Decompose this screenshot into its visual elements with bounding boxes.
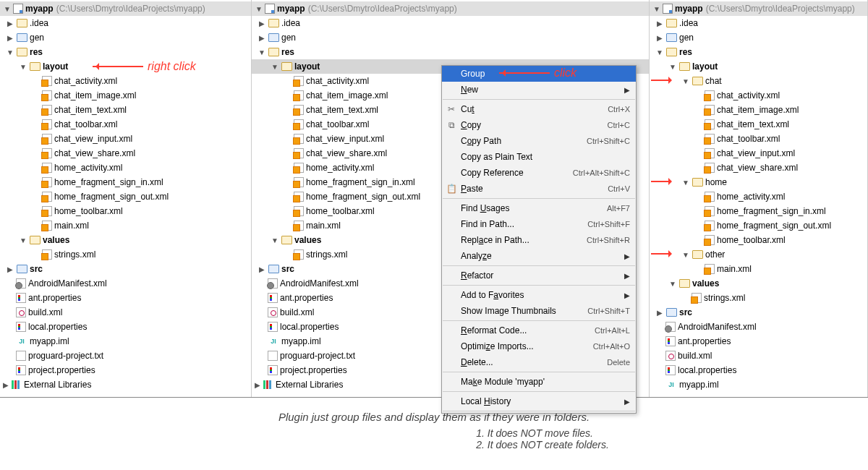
tree-item-gen[interactable]: ▶gen [252,30,649,45]
tree-item-file[interactable]: ▶chat_toolbar.xml [0,117,251,132]
tree-item-file[interactable]: ▶AndroidManifest.xml [650,320,867,334]
tree-item-file[interactable]: ▶home_toolbar.xml [650,233,867,247]
menu-item-delete[interactable]: Delete...Delete [442,354,636,370]
tree-item-file[interactable]: ▶chat_item_image.xml [650,103,867,117]
expand-icon[interactable]: ▶ [6,265,14,273]
menu-item-copy-reference[interactable]: Copy ReferenceCtrl+Alt+Shift+C [442,165,636,181]
tree-item-file[interactable]: ▶project.properties [0,363,251,377]
tree-item-res[interactable]: ▼res [650,45,867,59]
tree-item-gen[interactable]: ▶gen [650,30,867,45]
tree-item-file[interactable]: ▶chat_activity.xml [0,74,251,88]
tree-item-file[interactable]: ▶home_fragment_sign_in.xml [0,175,251,189]
tree-item-file[interactable]: ▶strings.xml [650,291,867,305]
tree-item-src[interactable]: ▶src [650,305,867,320]
tree-item-layout[interactable]: ▼layout [0,59,251,74]
module-icon [13,4,23,14]
module-icon [663,4,673,14]
tree-group-home[interactable]: ▼home [650,175,867,189]
collapse-icon[interactable]: ▼ [19,63,27,71]
tree-item-file[interactable]: ▶main.xml [650,262,867,276]
collapse-icon[interactable]: ▼ [6,48,14,56]
expand-icon[interactable]: ▼ [255,5,263,13]
tree-item-file[interactable]: ▶chat_item_text.xml [650,117,867,132]
tree-item-file[interactable]: ▶home_activity.xml [650,189,867,204]
tree-root[interactable]: ▼ myapp (C:\Users\Dmytro\IdeaProjects\my… [650,1,867,16]
tree-item-res[interactable]: ▼res [252,45,649,59]
menu-item-local-history[interactable]: Local History▶ [442,393,636,409]
tree-item-file[interactable]: ▶home_activity.xml [0,161,251,175]
menu-item-add-favorites[interactable]: Add to Favorites▶ [442,287,636,303]
tree-item-file[interactable]: ▶local.properties [0,320,251,334]
tree-item-values[interactable]: ▼values [0,233,251,247]
folder-icon [678,278,690,289]
tree-item-layout[interactable]: ▼layout [650,59,867,74]
tree-item-file[interactable]: ▶JImyapp.iml [650,377,867,392]
tree-item-file[interactable]: ▶chat_item_text.xml [0,103,251,117]
expand-icon[interactable]: ▶ [6,20,14,27]
tree-item-idea[interactable]: ▶.idea [0,16,251,30]
tree-item-file[interactable]: ▶proguard-project.txt [0,349,251,363]
menu-item-analyze[interactable]: Analyze▶ [442,248,636,264]
tree-item-res[interactable]: ▼res [0,45,251,59]
tree-item-file[interactable]: ▶chat_activity.xml [650,88,867,103]
menu-item-make-module[interactable]: Make Module 'myapp' [442,374,636,390]
menu-item-show-thumbnails[interactable]: Show Image ThumbnailsCtrl+Shift+T [442,303,636,319]
tree-item-file[interactable]: ▶chat_view_input.xml [0,132,251,146]
menu-item-copy-path[interactable]: Copy PathCtrl+Shift+C [442,133,636,149]
tree-item-file[interactable]: ▶home_fragment_sign_out.xml [650,218,867,233]
tree-item-idea[interactable]: ▶.idea [650,16,867,30]
project-tree[interactable]: ▼ myapp (C:\Users\Dmytro\IdeaProjects\my… [650,0,867,392]
note-1: 1. It does NOT move files. [476,427,609,439]
tree-item-file[interactable]: ▶chat_toolbar.xml [650,132,867,146]
tree-item-file[interactable]: ▶ant.properties [0,291,251,305]
menu-item-replace-in-path[interactable]: Replace in Path...Ctrl+Shift+R [442,232,636,248]
tree-item-file[interactable]: ▶chat_view_input.xml [650,146,867,161]
project-tree[interactable]: ▼ myapp (C:\Users\Dmytro\IdeaProjects\my… [0,0,251,392]
expand-icon[interactable]: ▶ [1,381,10,389]
tree-item-gen[interactable]: ▶gen [0,30,251,45]
menu-item-copy[interactable]: ⧉CopyCtrl+C [442,117,636,133]
tree-group-other[interactable]: ▼other [650,247,867,262]
tree-item-src[interactable]: ▶src [0,262,251,276]
xml-file-icon [42,148,52,158]
menu-item-refactor[interactable]: Refactor▶ [442,268,636,283]
menu-item-optimize-imports[interactable]: Optimize Imports...Ctrl+Alt+O [442,338,636,354]
expand-icon[interactable]: ▼ [3,5,12,13]
tree-item-external-libraries[interactable]: ▶External Libraries [0,377,251,392]
expand-icon[interactable]: ▶ [6,34,14,42]
tree-item-file[interactable]: ▶chat_view_share.xml [0,146,251,161]
menu-item-reformat[interactable]: Reformat Code...Ctrl+Alt+L [442,322,636,338]
tree-item-file[interactable]: ▶main.xml [0,218,251,233]
tree-item-file[interactable]: ▶chat_view_share.xml [650,161,867,175]
tree-item-file[interactable]: ▶chat_item_image.xml [0,88,251,103]
tree-item-values[interactable]: ▼values [650,276,867,291]
scissors-icon: ✂ [446,103,457,115]
tree-item-file[interactable]: ▶local.properties [650,363,867,377]
xml-file-icon [42,119,52,129]
menu-item-new[interactable]: New▶ [442,82,636,98]
tree-item-file[interactable]: ▶AndroidManifest.xml [0,276,251,291]
menu-item-group[interactable]: Group [442,66,636,82]
annotation-arrow-icon [651,178,676,185]
tree-item-file[interactable]: ▶build.xml [0,305,251,320]
menu-item-find-usages[interactable]: Find UsagesAlt+F7 [442,200,636,216]
iml-file-icon: JI [268,336,279,347]
menu-item-paste[interactable]: 📋PasteCtrl+V [442,181,636,197]
collapse-icon[interactable]: ▼ [19,236,27,244]
tree-root[interactable]: ▼ myapp (C:\Users\Dmytro\IdeaProjects\my… [252,1,649,16]
menu-separator [443,265,635,266]
tree-item-file[interactable]: ▶ant.properties [650,334,867,349]
menu-item-find-in-path[interactable]: Find in Path...Ctrl+Shift+F [442,216,636,232]
tree-item-file[interactable]: ▶home_fragment_sign_out.xml [0,189,251,204]
tree-item-file[interactable]: ▶JImyapp.iml [0,334,251,349]
context-menu[interactable]: Group New▶ ✂CutCtrl+X ⧉CopyCtrl+C Copy P… [441,65,637,414]
tree-item-file[interactable]: ▶strings.xml [0,247,251,262]
menu-item-copy-plain[interactable]: Copy as Plain Text [442,149,636,165]
tree-item-file[interactable]: ▶home_fragment_sign_in.xml [650,204,867,218]
tree-item-file[interactable]: ▶build.xml [650,349,867,363]
tree-item-idea[interactable]: ▶.idea [252,16,649,30]
tree-item-file[interactable]: ▶home_toolbar.xml [0,204,251,218]
tree-root[interactable]: ▼ myapp (C:\Users\Dmytro\IdeaProjects\my… [0,1,251,16]
menu-item-cut[interactable]: ✂CutCtrl+X [442,101,636,117]
tree-group-chat[interactable]: ▼chat [650,74,867,88]
